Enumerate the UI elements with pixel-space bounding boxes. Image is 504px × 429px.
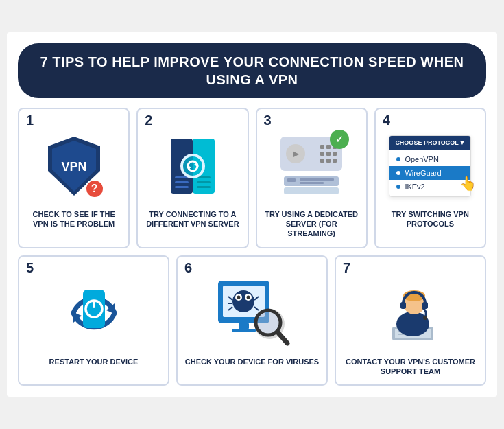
svg-rect-6 (284, 187, 339, 194)
svg-point-17 (232, 290, 254, 312)
protocol-list: OpenVPN WireGuard IKEv2 (389, 150, 470, 196)
check-badge-icon: ✓ (330, 130, 349, 149)
tip-card-6: 6 (176, 255, 328, 386)
tip-label-1: CHECK TO SEE IF THE VPN IS THE PROBLEM (25, 209, 123, 229)
tip-label-2: TRY CONNECTING TO A DIFFERENT VPN SERVER (143, 209, 241, 229)
protocol-dot-ikev2 (396, 185, 400, 189)
tip-icon-7 (341, 276, 479, 351)
svg-line-32 (278, 332, 287, 343)
title-box: 7 TIPS TO HELP IMPROVE YOUR CONNECTION S… (18, 43, 486, 98)
svg-point-42 (423, 316, 427, 320)
tip-icon-2 (143, 128, 241, 204)
tip-number-7: 7 (343, 261, 350, 275)
svg-rect-28 (239, 323, 249, 329)
tip-card-7: 7 (335, 255, 486, 386)
tip-icon-3: ▶ ✓ (263, 128, 361, 204)
svg-rect-7 (287, 178, 296, 182)
tip-label-7: CONTACT YOUR VPN'S CUSTOMER SUPPORT TEAM (341, 357, 479, 377)
protocol-label-wireguard: WireGuard (405, 169, 441, 177)
tip-card-4: 4 CHOOSE PROTOCOL ▼ OpenVPN (374, 108, 486, 248)
tip-label-5: RESTART YOUR DEVICE (49, 357, 139, 367)
svg-point-37 (396, 312, 429, 336)
tip-icon-1: VPN ? (25, 128, 123, 204)
svg-text:VPN: VPN (61, 160, 86, 174)
main-container: 7 TIPS TO HELP IMPROVE YOUR CONNECTION S… (7, 32, 497, 397)
svg-rect-29 (232, 329, 256, 332)
support-person-icon (373, 277, 448, 349)
svg-rect-8 (300, 178, 334, 181)
svg-point-20 (237, 296, 240, 299)
svg-point-21 (246, 296, 250, 299)
cursor-icon: 👆 (459, 175, 477, 192)
virus-check-icon (215, 277, 290, 349)
tip-icon-6 (183, 276, 321, 351)
question-badge: ? (85, 179, 104, 198)
protocol-header-label: CHOOSE PROTOCOL (395, 139, 458, 146)
protocol-item-ikev2[interactable]: IKEv2 (389, 180, 470, 194)
protocol-label-ikev2: IKEv2 (405, 183, 424, 191)
play-button-icon: ▶ (286, 144, 305, 163)
restart-device-icon (60, 277, 128, 349)
tips-grid-top: 1 VPN ? CHECK TO SEE IF THE VPN IS THE P… (18, 108, 486, 248)
tip-label-3: TRY USING A DEDICATED SERVER (FOR STREAM… (263, 209, 361, 239)
vpn-shield-icon: VPN ? (47, 135, 101, 197)
protocol-header: CHOOSE PROTOCOL ▼ (389, 136, 470, 150)
tip-card-5: 5 RESTART YOUR DEVICE (18, 255, 169, 386)
tip-card-2: 2 (136, 108, 248, 248)
streaming-server-icon: ▶ ✓ (280, 137, 342, 196)
refresh-icon (180, 154, 205, 178)
protocol-label-openvpn: OpenVPN (405, 155, 439, 163)
tip-card-1: 1 VPN ? CHECK TO SEE IF THE VPN IS THE P… (18, 108, 130, 248)
tip-number-2: 2 (145, 113, 152, 127)
protocol-box[interactable]: CHOOSE PROTOCOL ▼ OpenVPN WireGuard (389, 135, 471, 197)
tip-card-3: 3 ▶ ✓ (256, 108, 368, 248)
tip-number-3: 3 (264, 113, 272, 127)
tip-icon-4: CHOOSE PROTOCOL ▼ OpenVPN WireGuard (381, 128, 479, 204)
tip-number-6: 6 (184, 261, 192, 275)
tip-label-4: TRY SWITCHING VPN PROTOCOLS (381, 209, 479, 229)
servers-icon (171, 139, 215, 194)
protocol-dot (396, 157, 400, 161)
tip-number-4: 4 (383, 113, 390, 127)
protocol-dot-active (396, 171, 400, 175)
svg-rect-9 (300, 182, 324, 184)
tips-grid-bottom: 5 RESTART YOUR DEVICE 6 (18, 255, 486, 386)
svg-rect-14 (93, 301, 95, 308)
tip-label-6: CHECK YOUR DEVICE FOR VIRUSES (185, 357, 319, 367)
protocol-selector-wrapper: CHOOSE PROTOCOL ▼ OpenVPN WireGuard (389, 135, 471, 197)
tip-icon-5 (25, 276, 163, 351)
page-title: 7 TIPS TO HELP IMPROVE YOUR CONNECTION S… (32, 53, 472, 89)
protocol-item-wireguard[interactable]: WireGuard (389, 166, 470, 180)
tip-number-1: 1 (26, 113, 34, 127)
protocol-item-openvpn[interactable]: OpenVPN (389, 152, 470, 166)
tip-number-5: 5 (26, 261, 34, 275)
server-box: ▶ ✓ (280, 137, 342, 171)
svg-rect-40 (400, 302, 406, 309)
dropdown-arrow-icon: ▼ (459, 139, 465, 146)
